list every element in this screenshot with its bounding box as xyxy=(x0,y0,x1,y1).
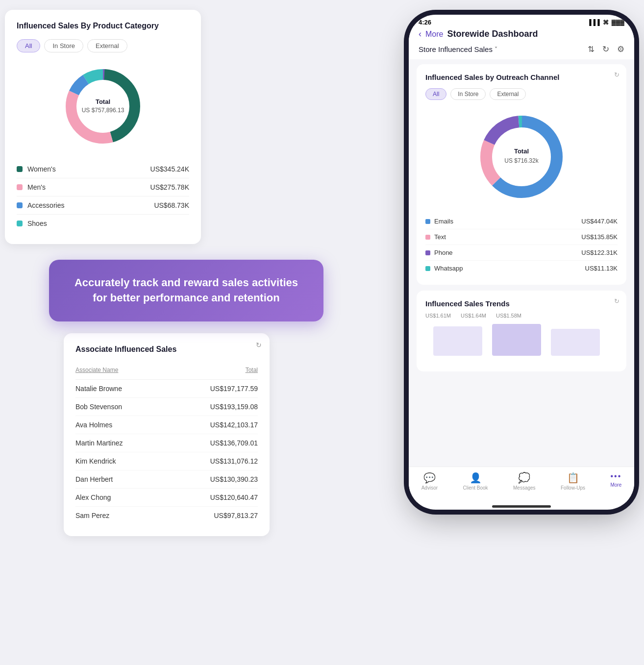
wifi-icon: ⌘ xyxy=(603,19,609,26)
phone-frame: 4:26 ▐▐▐ ⌘ ▓▓▓ ‹ More Storewide Dashboar… xyxy=(409,15,634,510)
left-donut-container: Total US $757,896.13 xyxy=(17,62,189,150)
mens-label: Men's xyxy=(27,183,46,191)
phone-nav: ‹ More Storewide Dashboard xyxy=(419,29,624,39)
outreach-card: Influenced Sales by Outreach Channel ↻ A… xyxy=(417,64,626,285)
legend-item-mens: Men's US$275.78K xyxy=(17,178,189,197)
advisor-label: Advisor xyxy=(421,485,438,491)
phone-bottom-nav: 💬 Advisor 👤 Client Book 💭 Messages 📋 Fol… xyxy=(409,467,634,502)
chevron-down-icon: ˅ xyxy=(495,46,497,53)
trends-title: Influenced Sales Trends xyxy=(425,299,618,308)
trends-labels: US$1.61M US$1.64M US$1.58M xyxy=(425,313,618,319)
left-panel-title: Influenced Sales By Product Category xyxy=(17,22,189,30)
accessories-label: Accessories xyxy=(27,201,64,209)
time-display: 4:26 xyxy=(419,19,431,26)
text-dot xyxy=(425,235,430,240)
messages-icon: 💭 xyxy=(518,472,530,484)
associate-panel: ↻ Associate Influenced Sales Associate N… xyxy=(64,333,270,536)
mens-value: US$275.78K xyxy=(150,183,189,191)
trend-label-1: US$1.61M xyxy=(425,313,451,319)
followups-icon: 📋 xyxy=(567,472,579,484)
page-title: Storewide Dashboard xyxy=(447,29,538,39)
trends-chart xyxy=(425,321,618,361)
table-row: Martin Martinez US$136,709.01 xyxy=(75,434,258,452)
clientbook-icon: 👤 xyxy=(470,472,482,484)
emails-label: Emails xyxy=(434,218,453,225)
legend-item-womens: Women's US$345.24K xyxy=(17,160,189,178)
tooltip-text: Accurately track and reward sales activi… xyxy=(69,275,304,306)
womens-value: US$345.24K xyxy=(150,165,189,173)
emails-value: US$447.04K xyxy=(581,218,618,225)
legend-item-shoes: Shoes xyxy=(17,215,189,232)
filter-instore-btn[interactable]: In Store xyxy=(44,39,83,52)
phone-header: ‹ More Storewide Dashboard Store Influen… xyxy=(409,26,634,59)
home-indicator xyxy=(492,505,551,508)
left-donut-label: Total xyxy=(96,98,110,105)
more-back-label[interactable]: More xyxy=(425,30,443,39)
associate-panel-title: Associate Influenced Sales xyxy=(75,345,258,354)
store-selector[interactable]: Store Influenced Sales ˅ xyxy=(419,45,497,53)
phone-dot xyxy=(425,250,430,255)
table-row: Ava Holmes US$142,103.17 xyxy=(75,416,258,434)
whatsapp-value: US$11.13K xyxy=(585,265,618,272)
nav-item-messages[interactable]: 💭 Messages xyxy=(513,472,536,491)
back-button[interactable]: ‹ xyxy=(419,29,421,39)
phone-legend: Emails US$447.04K Text US$135.85K Phone xyxy=(425,214,618,276)
left-legend: Women's US$345.24K Men's US$275.78K Acce… xyxy=(17,160,189,232)
phone-filter-instore[interactable]: In Store xyxy=(450,88,486,100)
emails-dot xyxy=(425,219,430,224)
trends-refresh-icon[interactable]: ↻ xyxy=(614,297,619,305)
svg-rect-12 xyxy=(492,324,541,356)
signal-icon: ▐▐▐ xyxy=(587,19,600,26)
nav-item-more[interactable]: ••• More xyxy=(610,472,621,491)
clientbook-label: Client Book xyxy=(463,485,488,491)
text-label: Text xyxy=(434,233,446,241)
womens-dot xyxy=(17,166,23,172)
total-header: Total xyxy=(246,367,258,373)
product-category-panel: Influenced Sales By Product Category All… xyxy=(5,10,201,244)
phone-label: Phone xyxy=(434,249,453,256)
whatsapp-label: Whatsapp xyxy=(434,265,463,272)
status-bar: 4:26 ▐▐▐ ⌘ ▓▓▓ xyxy=(409,15,634,26)
filter-icon[interactable]: ⚙ xyxy=(617,44,624,54)
filter-all-btn[interactable]: All xyxy=(17,39,40,52)
table-row: Natalie Browne US$197,177.59 xyxy=(75,380,258,398)
trend-label-3: US$1.58M xyxy=(496,313,521,319)
store-selector-row: Store Influenced Sales ˅ ⇅ ↻ ⚙ xyxy=(419,44,624,54)
womens-label: Women's xyxy=(27,165,56,173)
phone-legend-whatsapp: Whatsapp US$11.13K xyxy=(425,261,618,276)
phone-content: Influenced Sales by Outreach Channel ↻ A… xyxy=(409,59,634,467)
filter-external-btn[interactable]: External xyxy=(87,39,127,52)
associate-refresh-icon[interactable]: ↻ xyxy=(256,341,262,349)
phone-filter-all[interactable]: All xyxy=(425,88,446,100)
mens-dot xyxy=(17,184,23,190)
phone-filter-external[interactable]: External xyxy=(490,88,526,100)
nav-item-advisor[interactable]: 💬 Advisor xyxy=(421,472,438,491)
phone-donut-container: Total US $716.32k xyxy=(425,108,618,206)
shoes-dot xyxy=(17,221,23,226)
associate-name-header: Associate Name xyxy=(75,367,118,373)
table-row: Bob Stevenson US$193,159.08 xyxy=(75,398,258,416)
nav-item-followups[interactable]: 📋 Follow-Ups xyxy=(561,472,585,491)
phone-legend-emails: Emails US$447.04K xyxy=(425,214,618,229)
phone-legend-phone: Phone US$122.31K xyxy=(425,245,618,261)
more-label: More xyxy=(610,482,621,488)
advisor-icon: 💬 xyxy=(423,472,436,484)
outreach-refresh-icon[interactable]: ↻ xyxy=(614,71,619,78)
sort-icon[interactable]: ⇅ xyxy=(588,44,594,54)
phone-value: US$122.31K xyxy=(581,249,618,256)
svg-rect-13 xyxy=(551,329,600,356)
header-icons: ⇅ ↻ ⚙ xyxy=(588,44,624,54)
store-selector-label: Store Influenced Sales xyxy=(419,45,493,53)
battery-icon: ▓▓▓ xyxy=(612,19,624,26)
status-icons: ▐▐▐ ⌘ ▓▓▓ xyxy=(587,19,624,26)
accessories-value: US$68.73K xyxy=(154,201,189,209)
refresh-icon[interactable]: ↻ xyxy=(602,44,609,54)
left-donut-value: US $757,896.13 xyxy=(82,107,124,114)
tooltip-bubble: Accurately track and reward sales activi… xyxy=(49,260,323,321)
table-row: Sam Perez US$97,813.27 xyxy=(75,507,258,524)
messages-label: Messages xyxy=(513,485,536,491)
trend-label-2: US$1.64M xyxy=(461,313,486,319)
legend-item-accessories: Accessories US$68.73K xyxy=(17,197,189,215)
nav-item-clientbook[interactable]: 👤 Client Book xyxy=(463,472,488,491)
phone-donut-value: US $716.32k xyxy=(504,157,539,164)
